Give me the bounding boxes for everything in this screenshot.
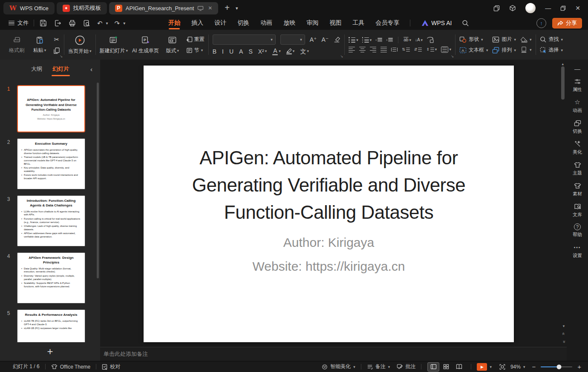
slide-thumbnail-5[interactable]: Results & Performance Analysis xLAM-7B (… (17, 309, 85, 342)
paragraph-settings-button[interactable]: ▾ (441, 46, 451, 53)
proofing-button[interactable]: 校对 (102, 363, 120, 370)
layout-button[interactable]: 版式▾ (163, 35, 182, 54)
align-center-button[interactable] (359, 47, 366, 52)
file-menu-button[interactable]: 文件 (9, 19, 29, 27)
share-button[interactable]: 分享 (552, 18, 582, 29)
font-color-button[interactable]: A ▾ (272, 48, 281, 55)
slide-thumbnail-2[interactable]: Executive Summary APIGen automates the g… (17, 138, 85, 189)
rail-item-settings[interactable]: ••• 设置 (573, 243, 582, 259)
tab-slideshow[interactable]: 放映 (278, 16, 301, 30)
slide-author[interactable]: Author: Kirigaya (144, 235, 514, 250)
wps-ai-button[interactable]: WPS AI (415, 20, 458, 26)
distribute-text-button[interactable] (391, 48, 398, 52)
expander-icon[interactable]: ↘ (60, 54, 63, 58)
stack-windows-icon[interactable] (493, 5, 500, 11)
undo-chevron-icon[interactable]: ▾ (106, 21, 108, 26)
rail-item-properties[interactable]: 属性 (573, 77, 582, 93)
rail-item-materials[interactable]: 素材 (573, 182, 582, 197)
close-tab-icon[interactable]: ✕ (208, 5, 212, 11)
tab-animation[interactable]: 动画 (255, 16, 278, 30)
canvas-scrollbar[interactable] (561, 66, 565, 100)
line-spacing-button[interactable]: ⇕ ▾ (426, 47, 437, 52)
reset-button[interactable]: 重置 (186, 36, 205, 43)
next-slide-icon[interactable]: « (561, 341, 566, 343)
decrease-indent-button[interactable]: ‹ (375, 38, 382, 42)
ai-generate-page-button[interactable]: P AI 生成单页 (132, 35, 159, 54)
print-preview-button[interactable] (83, 19, 91, 27)
search-button[interactable] (458, 20, 473, 27)
format-painter-button[interactable]: 格式刷 (7, 36, 26, 54)
notes-bar[interactable]: 单击此处添加备注 (100, 347, 567, 361)
tab-tools[interactable]: 工具 (347, 16, 370, 30)
expander-icon[interactable]: ↘ (340, 54, 343, 58)
upload-cloud-icon[interactable]: ↑ (536, 18, 546, 28)
find-button[interactable]: 查找 ▾ (540, 36, 563, 43)
tab-outline[interactable]: 大纲 (30, 63, 43, 75)
paste-button[interactable]: 粘贴▾ (30, 36, 49, 54)
line-spacing-increase-button[interactable]: ⇅ (402, 47, 410, 52)
rail-item-help[interactable]: ? 帮助 (573, 223, 582, 238)
rail-item-library[interactable]: 文库 (573, 203, 582, 218)
zoom-slider-handle[interactable] (557, 364, 562, 369)
current-slide[interactable]: APIGen: Automated Pipeline for Generatin… (144, 66, 514, 342)
section-button[interactable]: 节 ▾ (186, 47, 203, 54)
slide-thumbnail-3[interactable]: Introduction: Function-Calling Agents & … (17, 195, 85, 246)
print-button[interactable] (68, 19, 76, 27)
increase-indent-button[interactable]: › (386, 38, 393, 42)
slideshow-play-button[interactable]: ▶ (477, 363, 487, 371)
tab-transition[interactable]: 切换 (232, 16, 255, 30)
tab-wps-home[interactable]: W WPS Office (3, 2, 55, 14)
slide-canvas[interactable]: APIGen: Automated Pipeline for Generatin… (100, 60, 567, 347)
slide-sorter-view-button[interactable] (441, 363, 452, 371)
zoom-level[interactable]: 94% ▾ (510, 364, 525, 370)
rail-collapse-icon[interactable]: — (574, 66, 580, 72)
underline-button[interactable]: U (229, 49, 233, 54)
rail-item-animation[interactable]: ☆ 动画 (573, 98, 582, 114)
rail-item-beautify[interactable]: 美化 (573, 140, 582, 155)
zoom-slider[interactable] (541, 366, 572, 367)
chevron-down-icon[interactable]: ▾ (490, 365, 492, 369)
line-spacing-decrease-button[interactable]: ⇵ (414, 47, 422, 52)
start-current-page-button[interactable]: 当页开始▾ (68, 35, 92, 55)
new-tab-button[interactable]: + (220, 3, 234, 14)
italic-button[interactable]: I (222, 49, 224, 54)
cut-button[interactable]: ✂ (54, 36, 60, 43)
tab-list-chevron-icon[interactable]: ▾ (234, 6, 240, 11)
shape-outline-button[interactable]: ▾ (520, 46, 532, 53)
redo-button[interactable]: ↷ (115, 20, 120, 26)
reading-view-button[interactable] (453, 363, 464, 371)
minimize-button[interactable]: — (545, 5, 551, 11)
highlight-button[interactable]: ▾ (286, 48, 295, 54)
fit-to-window-button[interactable] (499, 364, 505, 370)
tab-insert[interactable]: 插入 (186, 16, 209, 30)
tab-view[interactable]: 视图 (324, 16, 347, 30)
restore-window-button[interactable] (560, 6, 566, 11)
font-name-combobox[interactable]: ▾ (213, 34, 276, 45)
copy-button[interactable] (53, 47, 60, 54)
scroll-up-icon[interactable]: ▴ (562, 62, 564, 66)
panel-scrollbar[interactable] (97, 83, 99, 278)
comments-button[interactable]: 批注 (397, 363, 415, 370)
undo-button[interactable]: ↶ (97, 20, 103, 26)
new-slide-button[interactable]: 新建幻灯片▾ (100, 35, 128, 54)
add-slide-button[interactable]: + (47, 346, 53, 357)
tab-design[interactable]: 设计 (209, 16, 232, 30)
export-button[interactable] (54, 19, 62, 27)
expander-icon[interactable]: ↘ (451, 54, 454, 58)
zoom-out-button[interactable]: − (531, 363, 536, 370)
shape-fill-button[interactable]: ▾ (520, 36, 532, 43)
slide-thumbnail-4[interactable]: APIGen Framework: Design Principles Data… (17, 252, 85, 303)
rail-item-theme[interactable]: 主题 (573, 161, 582, 176)
collapse-panel-icon[interactable]: ‹ (90, 66, 92, 73)
scroll-down-icon[interactable]: ▾ (563, 324, 565, 328)
slide-title[interactable]: APIGen: Automated Pipeline for Generatin… (161, 144, 497, 226)
character-shading-button[interactable]: ab ▾ (404, 37, 411, 42)
quick-access-chevron-icon[interactable]: ▾ (123, 21, 125, 26)
close-window-button[interactable]: ✕ (575, 5, 580, 11)
textbox-button[interactable]: A 文本框 ▾ (459, 46, 488, 54)
text-shadow-button[interactable]: S (248, 49, 252, 54)
tab-docer-templates[interactable]: ✦ 找稻壳模板 (57, 2, 107, 14)
save-button[interactable] (39, 19, 47, 27)
tab-document[interactable]: P APIGen_Research_Present ✕ (109, 2, 219, 14)
convert-text-button[interactable] (427, 37, 434, 43)
